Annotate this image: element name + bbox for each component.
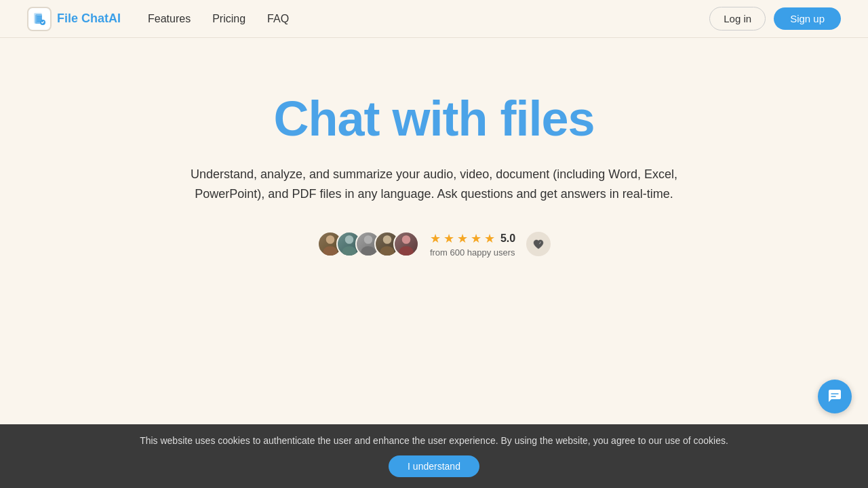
logo-ai-text: AI (108, 12, 121, 25)
signup-button[interactable]: Sign up (774, 7, 841, 30)
logo[interactable]: File ChatAI (27, 7, 121, 31)
svg-point-10 (380, 247, 394, 256)
svg-point-12 (399, 247, 413, 256)
svg-point-4 (323, 247, 337, 256)
nav-pricing[interactable]: Pricing (212, 13, 245, 25)
svg-point-5 (345, 236, 354, 245)
logo-main-text: File Chat (57, 12, 108, 25)
svg-point-7 (364, 236, 373, 245)
heart-badge (526, 232, 551, 256)
star-3: ★ (457, 231, 468, 246)
logo-text: File ChatAI (57, 12, 121, 26)
avatar (393, 231, 419, 257)
cookie-banner: This website uses cookies to authenticat… (0, 424, 868, 488)
nav-links: Features Pricing FAQ (148, 13, 709, 25)
star-5: ★ (484, 231, 495, 246)
navbar: File ChatAI Features Pricing FAQ Log in … (0, 0, 868, 38)
logo-icon (27, 7, 52, 31)
star-1: ★ (430, 231, 441, 246)
nav-faq[interactable]: FAQ (267, 13, 289, 25)
cookie-text: This website uses cookies to authenticat… (140, 435, 728, 446)
cookie-accept-button[interactable]: I understand (389, 455, 479, 477)
social-proof: ★ ★ ★ ★ ★ 5.0 from 600 happy users (317, 231, 551, 258)
rating-users-text: from 600 happy users (430, 247, 515, 258)
nav-features[interactable]: Features (148, 13, 191, 25)
hero-subtitle: Understand, analyze, and summarize your … (176, 165, 692, 204)
svg-point-9 (383, 236, 392, 245)
svg-point-11 (402, 236, 411, 245)
rating-info: ★ ★ ★ ★ ★ 5.0 from 600 happy users (430, 231, 515, 258)
hero-section: Chat with files Understand, analyze, and… (0, 38, 868, 258)
rating-score: 5.0 (500, 232, 515, 245)
avatar-group (317, 231, 419, 257)
stars-row: ★ ★ ★ ★ ★ 5.0 (430, 231, 515, 246)
chat-bubble-button[interactable] (818, 380, 852, 413)
star-2: ★ (443, 231, 454, 246)
svg-point-8 (361, 247, 375, 256)
hero-title: Chat with files (273, 92, 594, 146)
nav-actions: Log in Sign up (709, 7, 841, 30)
svg-point-6 (342, 247, 356, 256)
login-button[interactable]: Log in (709, 7, 766, 30)
svg-point-3 (326, 236, 335, 245)
star-4: ★ (471, 231, 481, 246)
